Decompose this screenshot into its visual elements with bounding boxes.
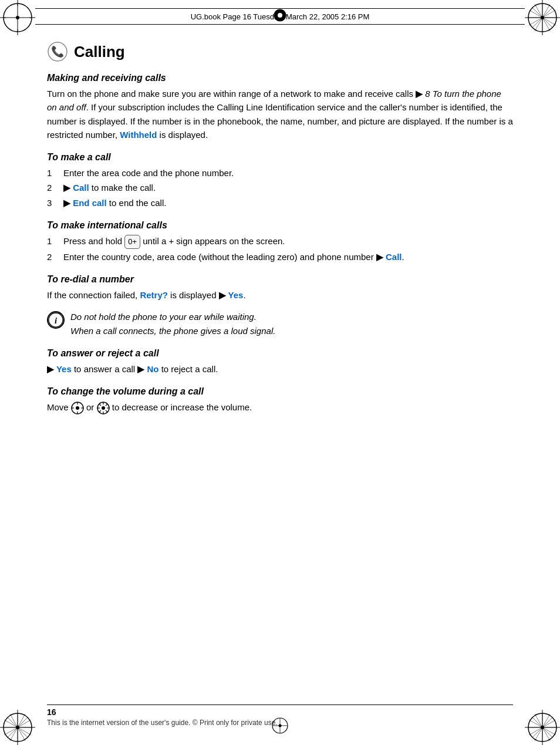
section-volume-heading: To change the volume during a call: [47, 386, 513, 397]
redial-text-1: If the connection failed,: [47, 290, 140, 300]
arrow-icon: ▶: [219, 290, 228, 300]
volume-text-1: Move: [47, 402, 71, 412]
volume-text-2: to decrease or increase the volume.: [112, 402, 252, 412]
list-num: 1: [47, 234, 63, 248]
making-receiving-body: Turn on the phone and make sure you are …: [47, 87, 513, 141]
list-item: 1 Press and hold 0+ until a + sign appea…: [47, 234, 513, 249]
bottom-center-mark: [271, 717, 289, 737]
list-content: ▶ Call to make the call.: [63, 181, 513, 194]
list-item: 1 Enter the area code and the phone numb…: [47, 166, 513, 180]
until-text: until a + sign appears on the screen.: [143, 236, 285, 246]
list-item: 2 Enter the country code, area code (wit…: [47, 250, 513, 264]
ui-retry: Retry?: [140, 290, 168, 300]
svg-point-55: [102, 406, 105, 410]
list-content: ▶ End call to end the call.: [63, 196, 513, 210]
arrow-icon: ▶: [47, 364, 56, 374]
body-text-3: is displayed.: [157, 130, 208, 140]
info-line-1: Do not hold the phone to your ear while …: [70, 312, 257, 322]
volume-up-icon: [97, 402, 110, 414]
arrow-icon: ▶: [63, 183, 73, 193]
section-making-receiving-heading: Making and receiving calls: [47, 73, 513, 83]
list-num: 1: [47, 166, 63, 180]
svg-line-63: [99, 410, 101, 412]
arrow-icon: ▶: [376, 252, 386, 262]
list-num: 2: [47, 181, 63, 194]
list-content: Press and hold 0+ until a + sign appears…: [63, 234, 513, 249]
redial-text-2: is displayed: [168, 290, 219, 300]
calling-icon: 📞: [47, 41, 68, 62]
list-content: Enter the country code, area code (witho…: [63, 250, 513, 264]
list-num: 3: [47, 196, 63, 210]
svg-text:i: i: [55, 316, 58, 325]
section-redial-heading: To re-dial a number: [47, 274, 513, 285]
answer-body: ▶ Yes to answer a call ▶ No to reject a …: [47, 362, 513, 376]
ui-call: Call: [73, 183, 89, 193]
volume-text-or: or: [86, 402, 97, 412]
info-icon: i: [47, 311, 65, 329]
svg-line-61: [106, 410, 107, 412]
svg-point-3: [16, 16, 19, 19]
volume-body: Move or to decrease or increase the volu…: [47, 400, 513, 414]
body-text-2: . If your subscription includes the Call…: [47, 102, 513, 140]
answer-text-1: to answer a call: [72, 364, 138, 374]
withheld-text: Withheld: [120, 130, 157, 140]
corner-mark-br: [525, 710, 560, 745]
ui-end-call: End call: [73, 198, 107, 208]
press-hold-text: Press and hold: [63, 236, 122, 246]
body-text-1: Turn on the phone and make sure you are …: [47, 89, 416, 99]
svg-line-62: [106, 404, 107, 406]
footer-note: This is the internet version of the user…: [47, 719, 278, 727]
intl-calls-list: 1 Press and hold 0+ until a + sign appea…: [47, 234, 513, 264]
corner-mark-tl: [0, 0, 35, 35]
svg-line-60: [99, 404, 101, 406]
section-answer-heading: To answer or reject a call: [47, 348, 513, 359]
volume-down-icon: [71, 402, 84, 414]
key-zero-plus: 0+: [124, 235, 140, 249]
corner-mark-bl: [0, 710, 35, 745]
ui-no: No: [147, 364, 159, 374]
info-box: i Do not hold the phone to your ear whil…: [47, 310, 513, 338]
corner-mark-tr: [525, 0, 560, 35]
top-center-mark: [273, 8, 287, 25]
list-item: 3 ▶ End call to end the call.: [47, 196, 513, 210]
info-text: Do not hold the phone to your ear while …: [70, 310, 275, 338]
arrow-icon: ▶: [137, 364, 147, 374]
answer-text-2: to reject a call.: [159, 364, 218, 374]
page-title-row: 📞 Calling: [47, 41, 513, 62]
svg-point-67: [279, 724, 282, 727]
ui-yes-1: Yes: [228, 290, 244, 300]
redial-text-3: .: [243, 290, 245, 300]
svg-point-69: [278, 13, 282, 18]
arrow-icon: ▶: [63, 198, 73, 208]
footer-page-number: 16: [47, 707, 56, 717]
section-intl-calls-heading: To make international calls: [47, 220, 513, 231]
svg-point-49: [76, 406, 79, 410]
page-title: Calling: [74, 43, 125, 61]
info-line-2: When a call connects, the phone gives a …: [70, 326, 275, 336]
ui-call-2: Call: [386, 252, 402, 262]
ui-yes-2: Yes: [56, 364, 72, 374]
list-item: 2 ▶ Call to make the call.: [47, 181, 513, 194]
arrow-1: ▶: [416, 89, 425, 99]
section-make-call-heading: To make a call: [47, 152, 513, 163]
redial-body: If the connection failed, Retry? is disp…: [47, 288, 513, 302]
make-call-list: 1 Enter the area code and the phone numb…: [47, 166, 513, 210]
list-content: Enter the area code and the phone number…: [63, 166, 513, 180]
main-content: 📞 Calling Making and receiving calls Tur…: [47, 41, 513, 698]
list-num: 2: [47, 250, 63, 264]
svg-text:📞: 📞: [51, 45, 65, 58]
